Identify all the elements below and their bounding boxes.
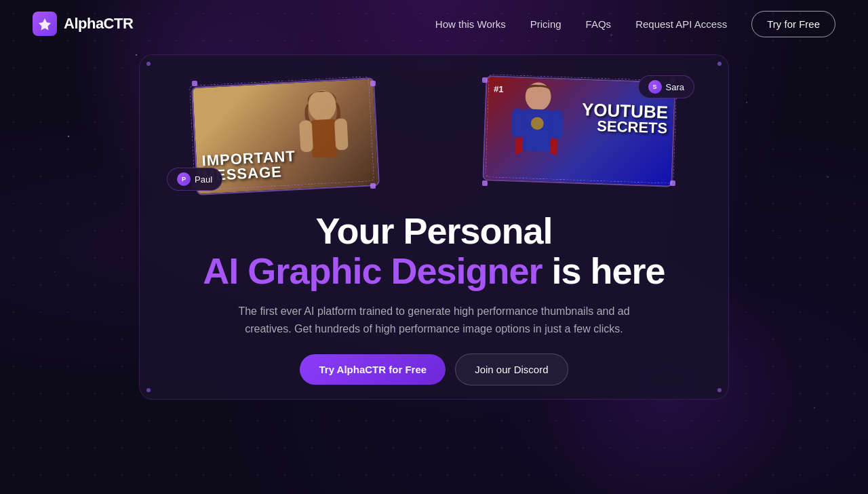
hero-headline: Your Personal AI Graphic Designer is her… — [203, 211, 665, 292]
badge-sara: S Sara — [638, 75, 694, 98]
navbar: AlphaCTR How this Works Pricing FAQs Req… — [0, 0, 868, 48]
headline-purple: AI Graphic Designer — [203, 250, 542, 291]
headline-line2: AI Graphic Designer is here — [203, 251, 665, 291]
corner-decoration — [717, 62, 722, 66]
selection-handle — [192, 81, 197, 86]
thumbnail-right-text: YOUTUBE SECRETS — [581, 100, 669, 136]
hero-card: IMPORTANT MESSAGE — [139, 54, 729, 400]
paul-label: Paul — [195, 174, 212, 185]
nav-links: How this Works Pricing FAQs Request API … — [435, 11, 835, 37]
corner-decoration — [146, 388, 151, 392]
svg-point-0 — [308, 90, 337, 122]
nav-try-free-button[interactable]: Try for Free — [751, 11, 835, 37]
brand-name: AlphaCTR — [64, 15, 133, 33]
paul-avatar: P — [177, 172, 191, 186]
thumbnails-row: IMPORTANT MESSAGE — [160, 75, 708, 201]
selection-handle — [482, 180, 488, 186]
sara-avatar: S — [648, 80, 662, 94]
corner-decoration — [717, 388, 722, 392]
sara-label: Sara — [666, 82, 684, 92]
selection-handle — [370, 183, 376, 189]
selection-handle — [670, 180, 675, 186]
nav-pricing[interactable]: Pricing — [530, 18, 561, 30]
nav-request-api[interactable]: Request API Access — [635, 18, 727, 30]
cta-discord-button[interactable]: Join our Discord — [455, 354, 568, 385]
nav-faqs[interactable]: FAQs — [586, 18, 612, 30]
svg-rect-7 — [511, 109, 525, 138]
hero-subtext: The first ever AI platform trained to ge… — [224, 303, 644, 339]
headline-line1: Your Personal — [203, 211, 665, 251]
selection-handle — [482, 77, 488, 83]
selection-handle — [370, 81, 376, 86]
svg-rect-8 — [549, 110, 563, 139]
logo[interactable]: AlphaCTR — [33, 12, 133, 36]
corner-decoration — [146, 62, 151, 66]
hero-section: IMPORTANT MESSAGE — [0, 48, 868, 400]
thumbnail-right-line2: SECRETS — [581, 118, 668, 136]
thumbnail-right-rank: #1 — [494, 84, 504, 94]
nav-how-this-works[interactable]: How this Works — [435, 18, 506, 30]
headline-white: is here — [542, 250, 665, 291]
logo-icon — [33, 12, 57, 36]
badge-paul: P Paul — [167, 168, 222, 191]
cta-primary-button[interactable]: Try AlphaCTR for Free — [300, 354, 446, 385]
svg-rect-5 — [522, 109, 552, 151]
cta-row: Try AlphaCTR for Free Join our Discord — [300, 354, 568, 385]
